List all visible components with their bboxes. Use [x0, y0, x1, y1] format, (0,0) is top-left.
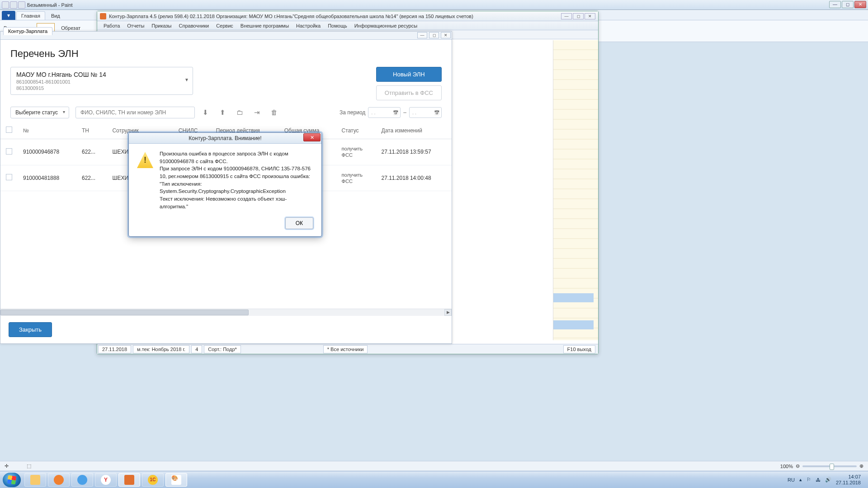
- date-to-input[interactable]: . .: [409, 107, 442, 118]
- upload-icon[interactable]: ⬆: [218, 108, 226, 117]
- menu-prikazy[interactable]: Приказы: [148, 23, 175, 28]
- task-kontur[interactable]: [118, 473, 140, 487]
- app-statusbar: 27.11.2018 м.тек: Ноябрь 2018 г. 4 Сорт.…: [97, 344, 598, 354]
- status-date: 27.11.2018: [98, 345, 131, 353]
- folder-icon: [30, 475, 40, 485]
- col-tn[interactable]: ТН: [76, 122, 107, 139]
- taskbar: Y 1С 🎨 RU ▴ ⚐ 🖧 🔊 14:07 27.11.2018: [0, 471, 868, 488]
- menu-sprav[interactable]: Справочники: [175, 23, 213, 28]
- app-close-icon[interactable]: ✕: [585, 13, 595, 19]
- row-checkbox[interactable]: [6, 148, 12, 155]
- zoom-in-icon[interactable]: ⊕: [859, 463, 863, 469]
- menu-info[interactable]: Информационные ресурсы: [351, 23, 421, 28]
- selection-size-icon: ⬚: [27, 463, 31, 469]
- zoom-out-icon[interactable]: ⊖: [796, 463, 800, 469]
- org-reg: 8613000915: [16, 85, 187, 91]
- paint-window-controls: — ◻ ✕: [829, 1, 866, 8]
- app-minimize-icon[interactable]: —: [561, 13, 572, 19]
- col-status[interactable]: Статус: [336, 122, 376, 139]
- paint-icon: 🎨: [171, 475, 181, 485]
- task-paint[interactable]: 🎨: [165, 473, 187, 487]
- eln-maximize-icon[interactable]: ◻: [429, 32, 439, 38]
- dialog-close-icon[interactable]: ✕: [303, 133, 321, 141]
- cursor-pos-icon: ✛: [5, 463, 9, 469]
- menu-otchety[interactable]: Отчеты: [123, 23, 148, 28]
- select-all-checkbox[interactable]: [6, 127, 12, 133]
- ok-button[interactable]: ОК: [285, 217, 313, 229]
- paint-title: Безымянный - Paint: [27, 2, 73, 8]
- task-ie[interactable]: [71, 473, 93, 487]
- app-titlebar: Контур-Зарплата 4.5 (релиз 598.4) 02.11.…: [97, 11, 598, 21]
- menu-settings[interactable]: Настройка: [292, 23, 324, 28]
- task-explorer[interactable]: [24, 473, 46, 487]
- close-button[interactable]: Закрыть: [9, 322, 52, 337]
- paint-file-tab[interactable]: ▾: [2, 11, 15, 20]
- tray-clock[interactable]: 14:07 27.11.2018: [836, 474, 861, 485]
- 1c-icon: 1С: [148, 475, 158, 485]
- scrollbar-thumb[interactable]: [0, 310, 249, 315]
- send-fss-button[interactable]: Отправить в ФСС: [376, 85, 442, 100]
- paint-tab-view[interactable]: Вид: [46, 11, 65, 20]
- paint-qa-undo-icon[interactable]: [10, 1, 17, 9]
- chevron-down-icon: ▼: [184, 77, 189, 82]
- period-label: За период: [340, 109, 365, 116]
- warning-icon: [137, 152, 153, 168]
- zoom-level: 100%: [780, 464, 793, 469]
- tray-network-icon[interactable]: 🖧: [816, 477, 821, 483]
- folder-icon[interactable]: 🗀: [236, 108, 244, 117]
- dialog-title[interactable]: Контур-Зарплата. Внимание! ✕: [129, 133, 321, 144]
- delete-icon[interactable]: 🗑: [270, 108, 278, 117]
- status-dropdown[interactable]: Выберите статус: [10, 107, 69, 118]
- new-eln-button[interactable]: Новый ЭЛН: [376, 67, 442, 82]
- ie-icon: [77, 475, 87, 485]
- media-icon: [54, 475, 64, 485]
- close-icon[interactable]: ✕: [854, 1, 866, 8]
- windows-icon: [7, 475, 16, 484]
- tray-up-icon[interactable]: ▴: [799, 477, 802, 483]
- app-title: Контур-Зарплата 4.5 (релиз 598.4) 02.11.…: [109, 14, 558, 19]
- menu-rabota[interactable]: Работа: [100, 23, 123, 28]
- status-f10: F10 выход: [563, 345, 595, 353]
- org-dropdown[interactable]: МАОУ МО г.Нягань СОШ № 14 8610008541-861…: [10, 67, 193, 95]
- task-1c[interactable]: 1С: [142, 473, 164, 487]
- maximize-icon[interactable]: ◻: [842, 1, 854, 8]
- paint-tab-home[interactable]: Главная: [16, 11, 45, 20]
- download-icon[interactable]: ⬇: [201, 108, 209, 117]
- paint-quick-access: [2, 1, 25, 9]
- date-from-input[interactable]: . .: [368, 107, 401, 118]
- start-button[interactable]: [3, 473, 21, 487]
- menu-help[interactable]: Помощь: [324, 23, 351, 28]
- paint-statusbar: ✛ ⬚ 100% ⊖ ⊕: [0, 461, 868, 471]
- right-panel: [553, 40, 598, 340]
- search-input[interactable]: [75, 107, 195, 118]
- col-changed[interactable]: Дата изменений: [376, 122, 452, 139]
- scroll-right-icon[interactable]: ▶: [444, 309, 452, 316]
- paint-crop[interactable]: Обрезат: [61, 25, 80, 31]
- app-maximize-icon[interactable]: ◻: [573, 13, 584, 19]
- eln-close-icon[interactable]: ✕: [441, 32, 451, 38]
- minimize-icon[interactable]: —: [829, 1, 841, 8]
- task-media[interactable]: [48, 473, 70, 487]
- eln-tab[interactable]: Контур-Зарплата: [3, 27, 52, 35]
- org-inn: 8610008541-861001001: [16, 79, 187, 84]
- zoom-slider[interactable]: [802, 465, 857, 467]
- menu-service[interactable]: Сервис: [212, 23, 237, 28]
- tray-lang[interactable]: RU: [788, 477, 795, 483]
- paint-qa-save-icon[interactable]: [2, 1, 9, 9]
- dialog-message: Произошла ошибка в процессе запроса ЭЛН …: [160, 150, 313, 210]
- eln-heading: Перечень ЭЛН: [10, 48, 442, 60]
- yandex-icon: Y: [101, 475, 111, 485]
- import-icon[interactable]: ⇥: [253, 108, 261, 117]
- tray-volume-icon[interactable]: 🔊: [825, 477, 831, 483]
- task-yandex[interactable]: Y: [95, 473, 117, 487]
- eln-minimize-icon[interactable]: —: [417, 32, 427, 38]
- kontur-icon: [124, 475, 134, 485]
- menu-ext[interactable]: Внешние программы: [237, 23, 292, 28]
- tray-flag-icon[interactable]: ⚐: [807, 477, 811, 483]
- paint-titlebar: Безымянный - Paint: [0, 0, 868, 10]
- paint-qa-redo-icon[interactable]: [18, 1, 25, 9]
- app-icon: [100, 13, 106, 19]
- scrollbar-horizontal[interactable]: ▶: [0, 309, 452, 316]
- row-checkbox[interactable]: [6, 174, 12, 180]
- col-num[interactable]: №: [18, 122, 76, 139]
